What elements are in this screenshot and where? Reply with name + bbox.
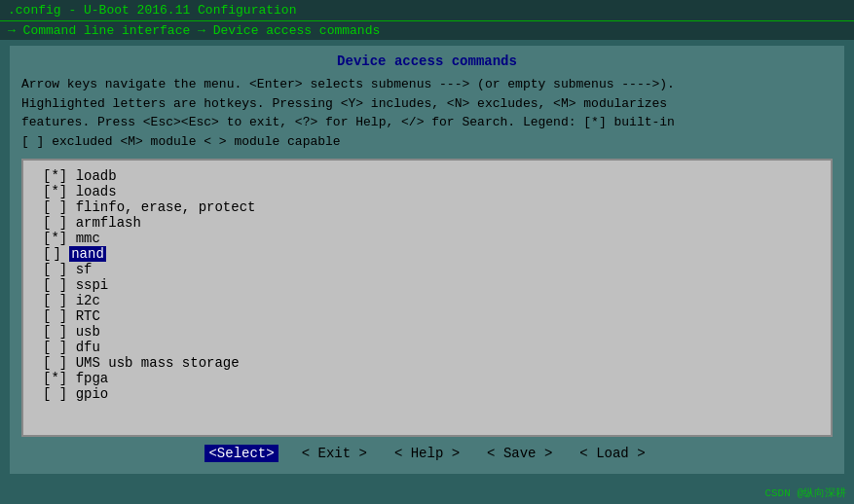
list-item[interactable]: [*] mmc bbox=[43, 231, 811, 246]
dialog-title: Device access commands bbox=[21, 54, 833, 69]
select-button[interactable]: <Select> bbox=[204, 445, 278, 462]
bracket: [ ] bbox=[43, 199, 67, 215]
list-item[interactable]: [ ] usb bbox=[43, 324, 811, 340]
list-item[interactable]: [ ] flinfo, erase, protect bbox=[43, 199, 811, 215]
list-item[interactable]: [*] loadb bbox=[43, 168, 811, 184]
list-item[interactable]: [ ] dfu bbox=[43, 340, 811, 355]
footer-bar: <Select> < Exit > < Help > < Save > < Lo… bbox=[21, 437, 833, 466]
watermark: CSDN @纵向深耕 bbox=[764, 486, 846, 500]
list-item[interactable]: [ ] sspi bbox=[43, 277, 811, 293]
bracket: [ ] bbox=[43, 277, 67, 293]
bracket: [ ] bbox=[43, 324, 67, 340]
bracket: [ ] bbox=[43, 293, 67, 308]
list-item[interactable]: [*] loads bbox=[43, 184, 811, 199]
help-button[interactable]: < Help > bbox=[390, 445, 464, 462]
item-name: loadb bbox=[76, 168, 117, 184]
help-line-2: Highlighted letters are hotkeys. Pressin… bbox=[21, 94, 833, 114]
bracket: [ ] bbox=[43, 355, 67, 371]
list-item[interactable]: [ ] nand bbox=[43, 246, 811, 262]
list-item[interactable]: [ ] UMS usb mass storage bbox=[43, 355, 811, 371]
item-name: armflash bbox=[76, 215, 141, 231]
item-name: RTC bbox=[76, 308, 100, 324]
title-bar: .config - U-Boot 2016.11 Configuration bbox=[0, 0, 854, 21]
help-line-4: [ ] excluded <M> module < > module capab… bbox=[21, 132, 833, 152]
exit-button[interactable]: < Exit > bbox=[298, 445, 371, 462]
list-item[interactable]: [ ] gpio bbox=[43, 386, 811, 402]
item-name: flinfo, erase, protect bbox=[76, 199, 256, 215]
item-name: gpio bbox=[76, 386, 109, 402]
list-item[interactable]: [ ] i2c bbox=[43, 293, 811, 308]
item-name: UMS usb mass storage bbox=[76, 355, 240, 371]
bracket: [*] bbox=[43, 168, 67, 184]
help-line-1: Arrow keys navigate the menu. <Enter> se… bbox=[21, 75, 833, 94]
bracket: [ ] bbox=[43, 308, 67, 324]
item-name: loads bbox=[76, 184, 117, 199]
bracket: [ ] bbox=[43, 340, 67, 355]
list-item[interactable]: [ ] armflash bbox=[43, 215, 811, 231]
breadcrumb-bar: → Command line interface → Device access… bbox=[0, 21, 854, 40]
item-name: i2c bbox=[76, 293, 100, 308]
bracket-close: ] bbox=[53, 246, 60, 262]
item-name: fpga bbox=[76, 371, 109, 386]
bracket: [*] bbox=[43, 231, 67, 246]
menu-area: [*] loadb[*] loads[ ] flinfo, erase, pro… bbox=[21, 159, 833, 437]
bracket: [ ] bbox=[43, 386, 67, 402]
item-name: sf bbox=[76, 262, 93, 277]
bracket: [*] bbox=[43, 184, 67, 199]
breadcrumb-text: → Command line interface → Device access… bbox=[8, 23, 380, 38]
bracket: [ ] bbox=[43, 262, 67, 277]
main-container: Device access commands Arrow keys naviga… bbox=[10, 46, 844, 474]
item-name: nand bbox=[69, 246, 106, 262]
bracket: [ bbox=[43, 246, 51, 262]
list-item[interactable]: [*] fpga bbox=[43, 371, 811, 386]
item-name: usb bbox=[76, 324, 100, 340]
bracket: [ ] bbox=[43, 215, 67, 231]
item-name: mmc bbox=[76, 231, 100, 246]
help-line-3: features. Press <Esc><Esc> to exit, <?> … bbox=[21, 113, 833, 132]
load-button[interactable]: < Load > bbox=[576, 445, 649, 462]
bracket: [*] bbox=[43, 371, 67, 386]
item-name: sspi bbox=[76, 277, 109, 293]
save-button[interactable]: < Save > bbox=[483, 445, 556, 462]
list-item[interactable]: [ ] sf bbox=[43, 262, 811, 277]
list-item[interactable]: [ ] RTC bbox=[43, 308, 811, 324]
item-name: dfu bbox=[76, 340, 100, 355]
title-text: .config - U-Boot 2016.11 Configuration bbox=[8, 3, 296, 18]
help-text: Arrow keys navigate the menu. <Enter> se… bbox=[21, 75, 833, 151]
